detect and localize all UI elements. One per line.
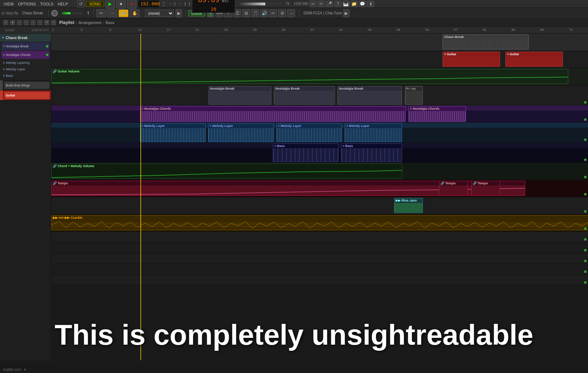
counter-display: 79 bbox=[285, 2, 289, 6]
track-lane-tempo: 🔗 Tempo 🔗 Tempo 🔗 Tempo bbox=[51, 180, 588, 197]
svg-rect-2 bbox=[52, 226, 588, 227]
clip-nostalgia-break-1[interactable]: Nostalgia Break bbox=[209, 86, 271, 105]
track-lane-track13 bbox=[51, 242, 588, 253]
lp-nostalgia-chords-label: Nostalgia Chords bbox=[6, 53, 31, 57]
piano-btn[interactable]: 🎹 bbox=[342, 1, 350, 7]
ph-icon6[interactable]: ↓ bbox=[37, 20, 42, 25]
clip-melody-3[interactable]: ≡ Melody Layer bbox=[276, 123, 342, 142]
ph-icon8[interactable]: ✏ bbox=[51, 20, 56, 25]
track-lane-vinyl: ▶▶ Intr ▶▶ Crackle bbox=[51, 214, 588, 232]
lp-build-drop-row[interactable]: Build drop thingy bbox=[0, 80, 51, 90]
add-track-btn[interactable]: + bbox=[24, 368, 26, 372]
lane-dot-2 bbox=[584, 118, 587, 121]
track-lane-track14 bbox=[51, 253, 588, 264]
mic-btn[interactable]: 🎤 bbox=[326, 1, 333, 7]
track-lane-nostalgia-break: Bu..ngy Nostalgia Break Nostalgia Break … bbox=[51, 85, 588, 105]
track-lane-nostalgia-chords: ≡ Nostalgia Chords ≡ Nostalgia Chords bbox=[51, 105, 588, 123]
breadcrumb-arrangement[interactable]: Arrangement bbox=[79, 20, 102, 25]
track-lane-guitar-volume: 🔗 Guitar Volume bbox=[51, 68, 588, 85]
guitar-selected-btn[interactable]: Guitar bbox=[4, 92, 50, 99]
lp-guitar-selected[interactable]: Guitar bbox=[0, 90, 51, 100]
menu-tools[interactable]: TOOLS bbox=[38, 1, 56, 7]
lp-nostalgia-break-label: Nostalgia Break bbox=[6, 44, 29, 48]
clip-tempo-3[interactable]: 🔗 Tempo bbox=[471, 181, 500, 196]
clip-nostalgia-break-3[interactable]: Nostalgia Break bbox=[337, 86, 402, 105]
track-lane-nostalgia-melody: ≡ Melody Layer ≡ Melody Layer ≡ Melody L… bbox=[51, 123, 588, 143]
breadcrumb-bass[interactable]: Bass bbox=[106, 20, 114, 25]
tracks-scroll: 1591317212529333741454953576165697377818… bbox=[51, 27, 588, 360]
guitar-selected-label: Guitar bbox=[6, 94, 15, 97]
clip-guitar-2[interactable]: ≡ Guitar bbox=[505, 52, 563, 67]
chaos-break-label: Chaos Break bbox=[22, 11, 43, 15]
undo-btn[interactable]: ↩ bbox=[309, 1, 317, 7]
ph-icon4[interactable]: → bbox=[24, 20, 29, 25]
menu-help[interactable]: HELP bbox=[56, 1, 70, 7]
lp-melody-layer-label: Melody Layer bbox=[6, 67, 25, 71]
lp-bass[interactable]: ≡ Bass bbox=[0, 72, 51, 79]
menu-view[interactable]: VIEW bbox=[1, 1, 16, 7]
lane-dot-11 bbox=[584, 260, 587, 262]
clip-nchords-1[interactable]: ≡ Nostalgia Chords bbox=[140, 106, 406, 122]
speech-btn[interactable]: 💬 bbox=[359, 1, 366, 7]
track-lane-bass: ≡ Bass ≡ Bass bbox=[51, 143, 588, 163]
lp-nostalgia-break-btn[interactable]: ≡ Nostalgia Break bbox=[1, 42, 50, 50]
filename-label: ur stay).flp bbox=[1, 11, 18, 15]
play-btn[interactable]: ▶ bbox=[106, 0, 115, 9]
lp-melody-layering[interactable]: ≡ Melody Layering bbox=[0, 60, 51, 66]
clip-chaos-break-right[interactable]: Chaos Break bbox=[443, 34, 529, 49]
volume-knob[interactable] bbox=[51, 10, 58, 16]
ph-icon3[interactable]: ← bbox=[17, 20, 22, 25]
song-mode-btn[interactable]: SONG bbox=[86, 1, 104, 7]
clip-bass-1[interactable]: ≡ Bass bbox=[273, 143, 339, 162]
clip-melody-2[interactable]: ≡ Melody Layer bbox=[208, 123, 274, 142]
lp-melody-layer[interactable]: ≡ Melody Layer bbox=[0, 66, 51, 72]
lane-dot-6 bbox=[584, 193, 587, 195]
clip-vinyl[interactable]: ▶▶ Intr ▶▶ Crackle bbox=[51, 215, 588, 230]
bpm-display[interactable]: 192.000 bbox=[138, 0, 159, 8]
memory-display: 1558 MB bbox=[294, 2, 308, 6]
clip-tempo-2[interactable]: 🔗 Tempo bbox=[439, 181, 468, 196]
main-area: NAME WRITE PAT ▼ Chaos Break ≡ Nostalgia… bbox=[0, 27, 588, 360]
clip-nostalgia-break-2[interactable]: Nostalgia Break bbox=[274, 86, 335, 105]
lp-nostalgia-chords-btn[interactable]: ≡ Nostalgia Chords bbox=[1, 51, 50, 59]
clip-guitar-1[interactable]: ≡ Guitar bbox=[443, 52, 500, 67]
menu-bar: VIEW OPTIONS TOOLS HELP ↺ SONG ▶ ■ ● 192… bbox=[0, 0, 588, 8]
playlist-header: ≡ ⊕ ← → ↑ ↓ ⟲ ✏ Playlist › Arrangement ›… bbox=[0, 19, 588, 27]
chaos-break-header[interactable]: ▼ Chaos Break bbox=[0, 34, 51, 42]
imgflip-label: imgflip.com bbox=[3, 368, 21, 372]
tracks-content[interactable]: Chaos Break ≡ Guitar ≡ Guitar bbox=[51, 34, 588, 360]
ph-icon5[interactable]: ↑ bbox=[31, 20, 36, 25]
track-lane-track15 bbox=[51, 264, 588, 275]
record-btn[interactable]: ● bbox=[127, 0, 136, 9]
lp-melody-layering-label: Melody Layering bbox=[6, 61, 29, 65]
clip-melody-4[interactable]: ≡ Melody Layer bbox=[345, 123, 402, 142]
stop-btn[interactable]: ■ bbox=[116, 0, 126, 9]
menu-options[interactable]: OPTIONS bbox=[16, 1, 38, 7]
clip-guitar-volume[interactable]: 🔗 Guitar Volume bbox=[51, 69, 568, 84]
track-lane-chaos-break: Chaos Break bbox=[51, 34, 588, 51]
lp-bass-label: Bass bbox=[6, 74, 13, 77]
track-lane-track12 bbox=[51, 232, 588, 242]
ph-icon1[interactable]: ≡ bbox=[3, 20, 8, 25]
lp-track1-dot bbox=[46, 45, 48, 48]
playlist-title: Playlist bbox=[59, 20, 74, 25]
bottom-bar: imgflip.com + bbox=[0, 366, 588, 373]
cut-btn[interactable]: ✂ bbox=[318, 1, 325, 7]
clip-bass-2[interactable]: ≡ Bass bbox=[341, 143, 402, 162]
clip-melody-1[interactable]: ≡ Melody Layer bbox=[140, 123, 206, 142]
lane-dot-3 bbox=[584, 138, 587, 141]
loop-btn[interactable]: ↺ bbox=[77, 0, 84, 8]
track-lane-guitar: ≡ Guitar ≡ Guitar bbox=[51, 51, 588, 68]
help-btn[interactable]: ? bbox=[334, 1, 341, 7]
clip-nchords-2[interactable]: ≡ Nostalgia Chords bbox=[409, 106, 466, 122]
download-btn[interactable]: ⬇ bbox=[367, 1, 374, 7]
browser-btn[interactable]: 📁 bbox=[351, 1, 358, 7]
ph-icon7[interactable]: ⟲ bbox=[44, 20, 49, 25]
clip-buildup-ngy[interactable]: Bu..ngy bbox=[405, 86, 423, 105]
build-drop-btn[interactable]: Build drop thingy bbox=[4, 82, 50, 89]
ph-icon2[interactable]: ⊕ bbox=[10, 20, 15, 25]
clip-chord-melody-vol[interactable]: 🔗 Chord + Melody Volume bbox=[51, 164, 402, 179]
lp-track2-dot bbox=[46, 54, 48, 56]
chaos-break-title: Chaos Break bbox=[6, 36, 28, 40]
clip-rise-iano[interactable]: ▶▶ Rise..iano bbox=[394, 198, 423, 213]
